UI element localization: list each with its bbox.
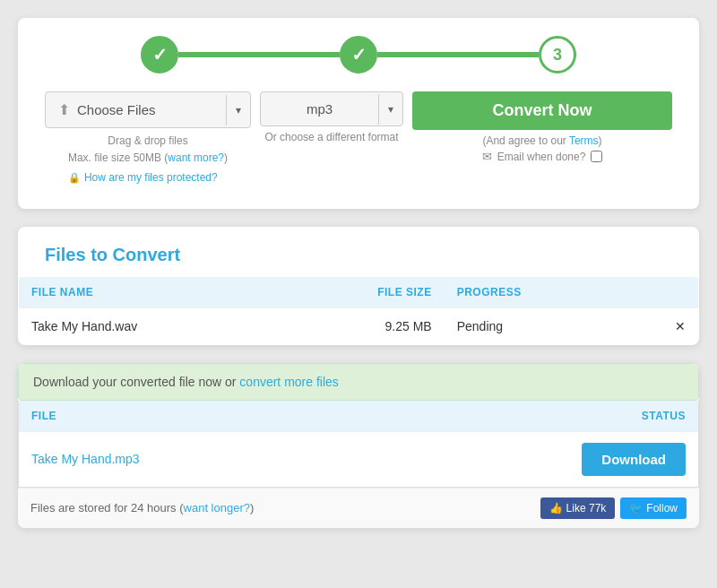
- lock-icon: 🔒: [68, 170, 81, 186]
- step-3-label: 3: [553, 46, 562, 65]
- convert-more-link[interactable]: convert more files: [239, 375, 338, 389]
- connector-1-2: [178, 52, 340, 57]
- convert-group: Convert Now (And agree to our Terms) ✉ E…: [412, 91, 672, 163]
- format-group: mp3 ▾ Or choose a different format: [260, 91, 403, 143]
- format-subtext: Or choose a different format: [264, 131, 398, 143]
- col-status: STATUS: [364, 401, 698, 432]
- upload-icon: ⬆: [58, 101, 70, 118]
- protection-link[interactable]: 🔒 How are my files protected?: [68, 169, 228, 186]
- controls-row: ⬆ Choose Files ▾ Drag & drop files Max. …: [45, 91, 672, 187]
- download-action-cell: Download: [364, 431, 698, 487]
- col-file: FILE: [19, 401, 365, 432]
- choose-files-dropdown-arrow[interactable]: ▾: [226, 95, 250, 125]
- choose-files-button[interactable]: ⬆ Choose Files ▾: [45, 91, 251, 128]
- tw-icon: 🐦: [629, 502, 643, 514]
- col-filesize: FILE SIZE: [284, 276, 445, 307]
- format-current: mp3: [261, 92, 378, 125]
- files-table-head: FILE NAME FILE SIZE PROGRESS: [19, 276, 699, 307]
- email-checkbox[interactable]: [591, 151, 602, 162]
- choose-files-group: ⬆ Choose Files ▾ Drag & drop files Max. …: [45, 91, 251, 187]
- choose-files-label: Choose Files: [77, 102, 156, 117]
- steps-progress: ✓ ✓ 3: [45, 36, 672, 74]
- col-progress: PROGRESS: [445, 276, 626, 307]
- notice-text: Download your converted file now or: [33, 375, 239, 389]
- fb-icon: 👍: [549, 502, 563, 514]
- want-longer-link[interactable]: want longer?: [184, 501, 250, 514]
- format-selector[interactable]: mp3 ▾: [260, 91, 403, 126]
- email-label: Email when done?: [497, 151, 586, 163]
- convert-sub: (And agree to our Terms): [482, 134, 601, 147]
- table-row: Take My Hand.wav 9.25 MB Pending ✕: [19, 307, 699, 344]
- download-header-row: FILE STATUS: [19, 401, 699, 432]
- download-file-cell: Take My Hand.mp3: [19, 431, 365, 487]
- tw-label: Follow: [646, 502, 678, 514]
- step-2-check: ✓: [351, 44, 367, 65]
- files-section-title: Files to Convert: [45, 245, 672, 265]
- format-dropdown-arrow[interactable]: ▾: [378, 94, 402, 125]
- files-table: FILE NAME FILE SIZE PROGRESS Take My Han…: [18, 276, 699, 345]
- step-2-circle: ✓: [340, 36, 377, 74]
- download-table: FILE STATUS Take My Hand.mp3 Download: [18, 401, 699, 488]
- download-file-link[interactable]: Take My Hand.mp3: [31, 452, 140, 466]
- files-to-convert-card: Files to Convert FILE NAME FILE SIZE PRO…: [18, 227, 699, 345]
- storage-text: Files are stored for 24 hours (want long…: [30, 501, 254, 514]
- download-section-card: Download your converted file now or conv…: [18, 363, 699, 528]
- download-row: Take My Hand.mp3 Download: [19, 431, 699, 487]
- download-table-head: FILE STATUS: [19, 401, 699, 432]
- remove-file-button[interactable]: ✕: [626, 307, 699, 344]
- step-3-circle: 3: [539, 36, 576, 74]
- max-size-line: Max. file size 50MB (want more?): [68, 150, 228, 167]
- file-progress-cell: Pending: [445, 307, 626, 344]
- want-more-link[interactable]: want more?: [168, 151, 224, 164]
- col-filename: FILE NAME: [19, 276, 284, 307]
- converter-card: ✓ ✓ 3 ⬆ Choose Files ▾ Drag & drop files: [18, 18, 699, 209]
- email-row: ✉ Email when done?: [482, 150, 603, 163]
- bottom-row: Files are stored for 24 hours (want long…: [18, 488, 699, 528]
- download-button[interactable]: Download: [582, 443, 686, 476]
- section-title-colored: Convert: [113, 245, 181, 264]
- section-title-plain: Files to: [45, 245, 113, 264]
- connector-2-3: [377, 52, 539, 57]
- step-1-circle: ✓: [141, 36, 178, 74]
- drag-drop-text: Drag & drop files: [68, 133, 228, 150]
- step-1-check: ✓: [152, 44, 168, 65]
- download-table-body: Take My Hand.mp3 Download: [19, 431, 699, 487]
- file-name-cell: Take My Hand.wav: [19, 307, 284, 344]
- convert-now-button[interactable]: Convert Now: [412, 91, 672, 130]
- facebook-like-button[interactable]: 👍 Like 77k: [540, 497, 616, 519]
- col-remove: [626, 276, 699, 307]
- terms-link[interactable]: Terms: [569, 134, 599, 147]
- twitter-follow-button[interactable]: 🐦 Follow: [620, 497, 687, 519]
- files-table-body: Take My Hand.wav 9.25 MB Pending ✕: [19, 307, 699, 344]
- email-icon: ✉: [482, 150, 492, 163]
- choose-files-main: ⬆ Choose Files: [46, 92, 226, 127]
- files-section-inner: Files to Convert: [18, 227, 699, 265]
- files-table-header-row: FILE NAME FILE SIZE PROGRESS: [19, 276, 699, 307]
- file-size-cell: 9.25 MB: [284, 307, 445, 344]
- fb-label: Like 77k: [566, 502, 607, 514]
- choose-files-subtext: Drag & drop files Max. file size 50MB (w…: [68, 133, 228, 187]
- social-buttons: 👍 Like 77k 🐦 Follow: [540, 497, 687, 519]
- protection-line: 🔒 How are my files protected?: [68, 169, 228, 186]
- download-notice: Download your converted file now or conv…: [18, 363, 699, 401]
